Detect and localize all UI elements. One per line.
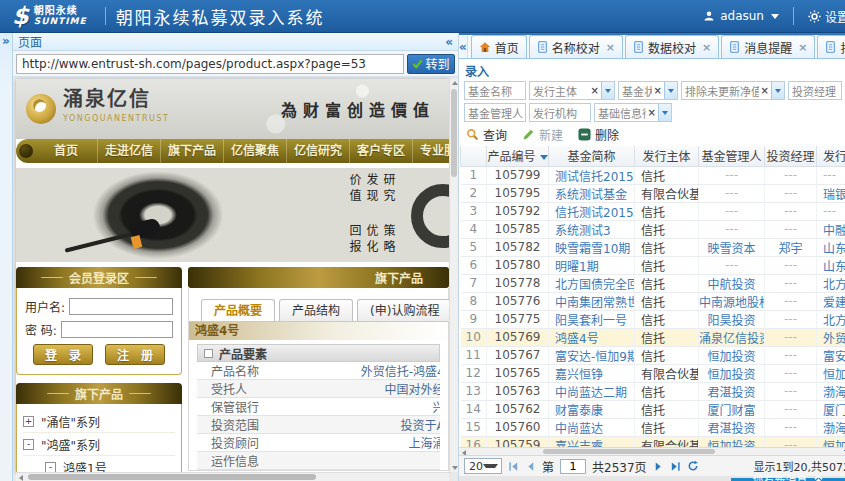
filter-input[interactable]: 基金管理人	[464, 103, 526, 122]
scrollbar-thumb[interactable]	[28, 474, 316, 480]
cell-name[interactable]: 映雪霜雪10期	[549, 238, 635, 256]
next-page-button[interactable]	[653, 461, 664, 472]
product-tab[interactable]: 产品结构	[279, 299, 353, 321]
prev-page-button[interactable]	[525, 461, 536, 472]
username-input[interactable]	[69, 298, 173, 315]
cell-name[interactable]: 北方国债完全回报	[549, 274, 635, 292]
column-header-sortable[interactable]: 产品编号	[487, 146, 549, 166]
scroll-up-icon[interactable]	[452, 81, 458, 85]
site-nav-item[interactable]: 客户专区	[350, 139, 413, 163]
tab-item-4[interactable]: 扣分绩效统计×	[817, 35, 845, 58]
delete-button[interactable]: 删除	[578, 126, 619, 143]
close-tab-icon[interactable]: ×	[606, 41, 615, 54]
site-nav-item[interactable]: 专业服务	[413, 139, 449, 163]
refresh-table-button[interactable]	[687, 460, 699, 472]
last-page-button[interactable]	[670, 461, 681, 472]
close-tab-icon[interactable]: ×	[798, 41, 807, 54]
cell-name[interactable]: 富安达-恒加9期	[549, 346, 635, 364]
table-row[interactable]: 12105765嘉兴恒铮有限合伙基金恒加投资---恒加	[461, 364, 845, 382]
filter-input[interactable]: 发行机构	[529, 103, 591, 122]
column-header[interactable]	[461, 146, 487, 166]
tree-item[interactable]: -"鸿盛"系列	[23, 433, 175, 456]
filter-combo[interactable]: 发行主体×	[529, 81, 615, 100]
cell-name[interactable]: 信托测试20150909	[549, 202, 635, 220]
user-menu[interactable]: adasun	[703, 9, 779, 23]
table-row[interactable]: 5105782映雪霜雪10期信托映雪资本郑宇山东信托	[461, 238, 845, 256]
expand-panel-icon[interactable]: »	[2, 34, 10, 48]
page-input[interactable]	[560, 459, 586, 474]
vertical-scrollbar[interactable]	[449, 79, 458, 472]
cell-name[interactable]: 测试信托20150910	[549, 166, 635, 184]
chevron-down-icon[interactable]	[664, 82, 677, 99]
site-nav-item[interactable]: 首页	[35, 139, 98, 163]
table-row[interactable]: 6105780明曜1期信托------山东信托	[461, 256, 845, 274]
column-header[interactable]: 基金管理人	[699, 146, 765, 166]
checkbox-icon[interactable]	[204, 349, 213, 358]
scrollbar-thumb[interactable]	[543, 449, 715, 454]
table-horizontal-scrollbar[interactable]	[459, 447, 844, 455]
site-nav-item[interactable]: 旗下产品	[161, 139, 224, 163]
table-row[interactable]: 11105767富安达-恒加9期信托恒加投资---富安达	[461, 346, 845, 364]
chevron-down-icon[interactable]	[658, 104, 671, 121]
cell-name[interactable]: 阳昊套利一号	[549, 310, 635, 328]
clear-icon[interactable]: ×	[759, 85, 771, 96]
create-button[interactable]: 新建	[522, 126, 563, 143]
filter-input[interactable]: 投资经理	[788, 81, 842, 100]
table-row[interactable]: 13105763中尚蓝达二期信托君湛投资---渤海信托	[461, 382, 845, 400]
go-button[interactable]: 转到	[407, 54, 455, 74]
filter-combo[interactable]: 排除未更新净值基金×	[681, 81, 785, 100]
clear-icon[interactable]: ×	[589, 85, 601, 96]
register-button[interactable]: 注 册	[105, 344, 165, 365]
column-header[interactable]: 发行机构	[817, 146, 845, 166]
tree-item[interactable]: +"涌信"系列	[23, 410, 175, 433]
column-header[interactable]: 发行主体	[635, 146, 699, 166]
collapse-icon[interactable]: -	[23, 439, 34, 450]
site-nav-item[interactable]: 走进亿信	[98, 139, 161, 163]
url-input[interactable]	[16, 54, 404, 74]
clear-icon[interactable]: ×	[646, 107, 658, 118]
column-header[interactable]: 投资经理	[765, 146, 817, 166]
close-tab-icon[interactable]: ×	[702, 41, 711, 54]
chevron-down-icon[interactable]	[601, 82, 614, 99]
table-row[interactable]: 3105792信托测试20150909信托---------	[461, 202, 845, 220]
table-row[interactable]: 4105785系统测试3信托------中融	[461, 220, 845, 238]
tab-item-2[interactable]: 数据校对×	[625, 35, 719, 58]
collapse-icon[interactable]: -	[45, 462, 56, 473]
cell-name[interactable]: 中南集团常熟世纪城	[549, 292, 635, 310]
site-nav-item[interactable]: 亿信聚焦	[224, 139, 287, 163]
collapse-right-icon[interactable]: «	[459, 35, 468, 58]
cell-name[interactable]: 鸿盛4号	[549, 328, 635, 346]
sort-desc-icon[interactable]	[540, 155, 548, 160]
cell-name[interactable]: 中尚蓝达	[549, 418, 635, 436]
filter-combo[interactable]: 基础信息待补×	[594, 103, 672, 122]
table-row[interactable]: 1105799测试信托20150910信托---------	[461, 166, 845, 184]
tab-item-3[interactable]: 消息提醒×	[721, 35, 815, 58]
password-input[interactable]	[61, 321, 173, 338]
expand-icon[interactable]: +	[23, 416, 34, 427]
cell-name[interactable]: 嘉兴恒铮	[549, 364, 635, 382]
login-button[interactable]: 登 录	[33, 344, 93, 365]
cell-name[interactable]: 系统测试基金	[549, 184, 635, 202]
table-row[interactable]: 7105778北方国债完全回报信托中航投资---北方信托	[461, 274, 845, 292]
filter-input[interactable]: 基金名称	[464, 81, 526, 100]
cell-name[interactable]: 系统测试3	[549, 220, 635, 238]
horizontal-scrollbar[interactable]	[16, 472, 449, 481]
page-size-select[interactable]: 20	[464, 458, 502, 474]
product-tab[interactable]: (申)认购流程	[357, 299, 449, 321]
settings-button[interactable]: 设置	[808, 8, 845, 25]
table-row[interactable]: 8105776中南集团常熟世纪城信托中南源地股权投资---爱建信托	[461, 292, 845, 310]
tree-item[interactable]: -鸿盛1号	[23, 456, 175, 473]
product-tab[interactable]: 产品概要	[201, 299, 275, 321]
scroll-down-icon[interactable]	[452, 466, 458, 470]
tab-home[interactable]: 首页	[471, 35, 527, 58]
table-row[interactable]: 15105760中尚蓝达信托君湛投资---渤海信托	[461, 418, 845, 436]
cell-name[interactable]: 财富泰康	[549, 400, 635, 418]
search-button[interactable]: 查询	[466, 126, 507, 143]
scrollbar-thumb[interactable]	[451, 89, 457, 177]
west-collapse-strip[interactable]: »	[0, 33, 13, 481]
scroll-left-icon[interactable]	[462, 450, 466, 455]
chevron-down-icon[interactable]	[771, 82, 784, 99]
site-nav-item[interactable]: 亿信研究	[287, 139, 350, 163]
table-row[interactable]: 2105795系统测试基金有限合伙基金------瑞银	[461, 184, 845, 202]
table-row[interactable]: 10105769鸿盛4号信托涌泉亿信投资---外贸信托	[461, 328, 845, 346]
